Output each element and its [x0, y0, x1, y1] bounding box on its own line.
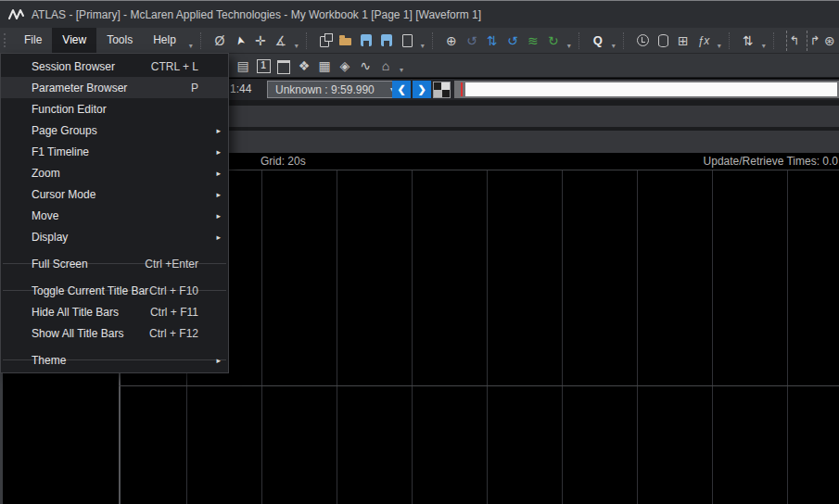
line-chart-icon[interactable]: ∿	[356, 56, 375, 76]
menu-item-label: Cursor Mode	[32, 188, 198, 201]
group-separator	[623, 32, 629, 49]
menu-item-shortcut: P	[191, 82, 198, 94]
menu-item-label: Zoom	[32, 167, 198, 180]
open-folder-icon[interactable]	[337, 31, 355, 51]
view-menu-item[interactable]: Cursor Mode ▸	[1, 183, 228, 205]
clipboard-list-icon[interactable]: ▤	[234, 56, 252, 76]
view-menu-item[interactable]: Toggle Current Title Bar Ctrl + F10	[1, 280, 228, 301]
jump-next-icon[interactable]: ↱	[807, 31, 822, 51]
title-bar[interactable]: ATLAS - [Primary] - McLaren Applied Tech…	[0, 1, 839, 28]
submenu-arrow-icon: ▸	[211, 169, 221, 178]
menu-item-label: Show All Title Bars	[32, 327, 149, 340]
alarm-clock-icon[interactable]	[633, 31, 652, 51]
overflow-arrow[interactable]: ▾	[397, 62, 406, 77]
menu-bar-item[interactable]: File	[14, 28, 52, 53]
crosshair-cursor-icon[interactable]: ✛	[251, 31, 270, 51]
window-title: ATLAS - [Primary] - McLaren Applied Tech…	[32, 8, 481, 21]
data-grid-icon[interactable]: ▦	[315, 56, 334, 76]
overflow-arrow[interactable]: ▾	[759, 38, 769, 53]
menu-bar-item[interactable]: View	[52, 28, 96, 53]
view-menu-item[interactable]: Page Groups ▸	[1, 120, 228, 141]
timeline-scrubber-track[interactable]	[454, 81, 839, 98]
view-menu-item[interactable]: Zoom ▸	[1, 162, 228, 183]
smoothing-waves-icon[interactable]: ≋	[524, 31, 542, 51]
grid-line-vertical	[562, 170, 563, 504]
view-menu-item[interactable]: Full Screen Ctrl +Enter	[1, 253, 228, 274]
session-time-label: Unknown : 9:59.990	[275, 83, 375, 96]
redo-icon[interactable]: ↻	[544, 31, 563, 51]
grid-line-vertical	[487, 170, 488, 504]
menu-bar-item[interactable]: Help	[143, 28, 186, 53]
view-menu-item[interactable]: F1 Timeline ▸	[1, 141, 228, 162]
paste-page-icon[interactable]	[316, 31, 335, 51]
zoom-in-icon[interactable]: ⊕	[442, 31, 461, 51]
atlas-application-window: ATLAS - [Primary] - McLaren Applied Tech…	[0, 0, 839, 504]
view-menu-item[interactable]: Session Browser CTRL + L	[1, 56, 228, 77]
single-page-icon[interactable]: 1	[254, 56, 273, 76]
hide-annotations-icon[interactable]: Ø	[210, 31, 229, 51]
elapsed-time: 1:44	[230, 82, 251, 95]
group-separator	[432, 32, 438, 49]
undo-disabled-icon[interactable]: ↺	[463, 31, 481, 51]
step-previous-button[interactable]: ❮	[392, 81, 411, 98]
view-menu-item[interactable]: Show All Title Bars Ctrl + F12	[1, 322, 228, 344]
page-layout-icon[interactable]	[433, 82, 451, 98]
overflow-arrow[interactable]: ▾	[292, 38, 301, 53]
submenu-arrow-icon: ▸	[211, 126, 221, 135]
menu-item-label: Session Browser	[32, 60, 151, 73]
move-points-icon[interactable]: ❖	[295, 56, 313, 76]
query-icon[interactable]: Q	[589, 31, 607, 51]
session-time-dropdown[interactable]: Unknown : 9:59.990 ▾	[267, 81, 400, 98]
view-menu-item[interactable]: Display ▸	[1, 226, 228, 247]
database-icon[interactable]	[654, 31, 672, 51]
pointer-cursor-icon[interactable]: ➤	[228, 29, 252, 52]
function-editor-icon[interactable]: ƒx	[694, 31, 713, 51]
menu-item-label: Full Screen	[32, 258, 145, 271]
menu-item-label: Display	[32, 231, 198, 244]
save-icon[interactable]	[357, 31, 375, 51]
view-menu-item[interactable]: Theme ▸	[1, 349, 228, 371]
jump-previous-icon[interactable]: ↰	[786, 31, 802, 51]
overflow-arrow[interactable]: ▾	[186, 38, 196, 53]
menu-item-label: Parameter Browser	[32, 82, 191, 94]
overflow-arrow[interactable]: ▾	[609, 38, 618, 53]
submenu-arrow-icon: ▸	[211, 211, 221, 220]
grid-line-vertical	[412, 170, 413, 504]
overflow-arrow[interactable]: ▾	[565, 38, 574, 53]
view-menu-item[interactable]: Function Editor	[1, 98, 228, 120]
calendar-icon[interactable]	[274, 56, 293, 76]
menu-item-shortcut: Ctrl + F11	[150, 306, 198, 319]
grid-scale-label: Grid: 20s	[261, 155, 306, 168]
new-document-icon[interactable]	[398, 31, 416, 51]
menu-bar-item[interactable]: Tools	[96, 28, 143, 53]
undo-icon[interactable]: ↺	[503, 31, 522, 51]
view-menu-item[interactable]: Hide All Title Bars Ctrl + F11	[1, 301, 228, 322]
group-separator	[773, 32, 779, 49]
submenu-arrow-icon: ▸	[211, 190, 221, 199]
view-menu-item[interactable]: Move ▸	[1, 205, 228, 226]
grid-line-vertical	[637, 170, 638, 504]
timeline-extent-bar[interactable]	[465, 82, 837, 96]
angle-cursor-icon[interactable]: ∡	[272, 31, 290, 51]
gauge-icon[interactable]: ◈	[336, 56, 354, 76]
settings-gear-icon[interactable]: ⊛	[824, 31, 835, 51]
group-separator	[578, 32, 584, 49]
menu-item-label: Hide All Title Bars	[32, 306, 150, 319]
save-all-icon[interactable]	[377, 31, 396, 51]
step-next-button[interactable]: ❯	[413, 81, 431, 98]
report-table-icon[interactable]: ⊞	[674, 31, 693, 51]
toolbar-grip[interactable]	[4, 33, 8, 47]
view-menu-item[interactable]: Parameter Browser P	[1, 77, 228, 98]
submenu-arrow-icon: ▸	[211, 356, 221, 365]
sort-updown-icon[interactable]: ⇅	[739, 31, 757, 51]
menu-item-label: Move	[32, 209, 198, 222]
waveform-lane-divider	[119, 385, 839, 386]
atlas-logo-icon	[8, 8, 24, 20]
overflow-arrow[interactable]: ▾	[715, 38, 724, 53]
timeline-cursor[interactable]	[461, 82, 463, 96]
overflow-arrow[interactable]: ▾	[418, 38, 427, 53]
swap-vertical-icon[interactable]: ⇅	[483, 31, 502, 51]
group-separator	[729, 32, 734, 49]
grid-line-vertical	[337, 170, 337, 504]
home-icon[interactable]: ⌂	[376, 56, 395, 76]
